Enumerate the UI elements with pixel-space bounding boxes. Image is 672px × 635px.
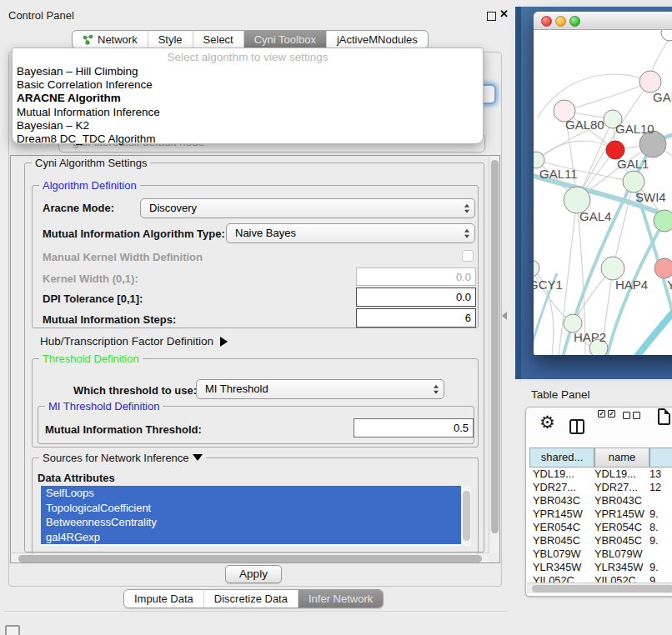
table-row[interactable]: YPR145WYPR145W9. xyxy=(526,508,672,521)
table-rows: YDL19...YDL19...13 YDR27...YDR27...12 YB… xyxy=(526,468,672,588)
network-window[interactable]: GAL GAL80 GAL10 GAL1 GAL11 SWI4 GAL4 GCY… xyxy=(534,12,672,355)
table-row[interactable]: YBR043CYBR043C xyxy=(526,494,672,508)
tab-infer-network[interactable]: Infer Network xyxy=(298,590,383,608)
column-layout-icon[interactable] xyxy=(569,419,584,434)
hub-definition-toggle[interactable]: Hub/Transcription Factor Definition xyxy=(40,335,228,348)
attribute-item-gal4rgexp[interactable]: gal4RGexp xyxy=(41,530,461,545)
column-header-shared-name[interactable]: shared... xyxy=(529,448,594,468)
cell-value: 13 xyxy=(649,468,661,481)
control-panel-title: Control Panel xyxy=(8,9,74,22)
manual-kernel-checkbox[interactable] xyxy=(462,250,474,262)
sources-group: Sources for Network Inference Data Attri… xyxy=(32,458,479,554)
attribute-item-topologicalcoefficient[interactable]: TopologicalCoefficient xyxy=(41,501,461,516)
tab-select[interactable]: Select xyxy=(193,31,243,48)
deselect-all-columns-icon[interactable] xyxy=(623,412,640,419)
hub-definition-label: Hub/Transcription Factor Definition xyxy=(40,335,213,348)
node-green-right[interactable] xyxy=(654,210,672,232)
column-header-name[interactable]: name xyxy=(594,448,649,468)
tab-cyni-toolbox-label: Cyni Toolbox xyxy=(254,31,316,48)
checked-box-icon: ✓ xyxy=(598,410,605,418)
float-panel-icon[interactable] xyxy=(487,12,496,21)
table-horizontal-scrollbar[interactable] xyxy=(527,582,672,593)
aracne-mode-combobox[interactable]: Discovery xyxy=(140,198,475,218)
table-row[interactable]: YLR345WYLR345W9. xyxy=(526,561,672,574)
cell-name: YLR345W xyxy=(594,561,643,574)
stepper-arrows-icon xyxy=(464,204,469,213)
tab-discretize-data-label: Discretize Data xyxy=(214,590,288,608)
mi-steps-input[interactable]: 6 xyxy=(356,308,476,328)
tab-style[interactable]: Style xyxy=(148,31,193,48)
table-settings-gear-icon[interactable]: ⚙ xyxy=(539,412,555,432)
mi-threshold-input[interactable]: 0.5 xyxy=(354,418,474,438)
threshold-definition-group: Threshold Definition Which threshold to … xyxy=(32,358,479,448)
tab-jactivemnodules[interactable]: jActiveMNodules xyxy=(326,31,428,48)
node-salmon[interactable] xyxy=(654,258,672,278)
tab-discretize-data[interactable]: Discretize Data xyxy=(203,590,298,608)
minimize-window-icon[interactable] xyxy=(555,16,566,27)
table-row[interactable]: YDR27...YDR27...12 xyxy=(526,481,672,494)
dropdown-item-mutual-information[interactable]: Mutual Information Inference xyxy=(13,106,483,119)
table-row[interactable]: YER054CYER054C8. xyxy=(526,521,672,534)
column-header-extra[interactable] xyxy=(649,448,672,468)
apply-button[interactable]: Apply xyxy=(225,565,282,583)
label-gcy1: GCY1 xyxy=(534,278,563,292)
table-row[interactable]: YDL19...YDL19...13 xyxy=(526,468,672,481)
label-gal1: GAL1 xyxy=(617,157,649,171)
data-attributes-list[interactable]: SelfLoops TopologicalCoefficient Between… xyxy=(41,486,471,546)
mi-threshold-label: Mutual Information Threshold: xyxy=(45,423,202,436)
tab-cyni-toolbox[interactable]: Cyni Toolbox xyxy=(243,31,326,48)
manual-kernel-label: Manual Kernel Width Definition xyxy=(43,251,203,263)
sources-title[interactable]: Sources for Network Inference xyxy=(39,452,206,464)
table-row[interactable]: YBL079WYBL079W xyxy=(526,548,672,561)
app-root: { "control_panel": { "title": "Control P… xyxy=(0,0,672,635)
label-gal4: GAL4 xyxy=(579,209,611,223)
select-all-columns-icon[interactable]: ✓ ✓ xyxy=(598,410,615,418)
mi-type-combobox[interactable]: Naive Bayes xyxy=(226,223,475,243)
close-panel-icon[interactable]: ✕ xyxy=(499,8,509,20)
which-threshold-combobox[interactable]: MI Threshold xyxy=(196,379,444,399)
panel-collapse-arrow-icon[interactable] xyxy=(502,312,507,320)
network-canvas[interactable]: GAL GAL80 GAL10 GAL1 GAL11 SWI4 GAL4 GCY… xyxy=(534,30,672,355)
cell-name: YDL19... xyxy=(594,468,636,481)
dpi-tolerance-input[interactable]: 0.0 xyxy=(356,288,476,307)
label-hap4: HAP4 xyxy=(615,278,648,292)
node-hap4[interactable] xyxy=(601,257,624,280)
checked-box-icon: ✓ xyxy=(608,410,615,418)
cyni-settings-title: Cyni Algorithm Settings xyxy=(32,157,150,169)
dropdown-item-dream8[interactable]: Dream8 DC_TDC Algorithm xyxy=(13,132,483,146)
cell-value: 9. xyxy=(649,534,659,548)
unchecked-box-icon xyxy=(623,412,630,419)
node-unnamed-top[interactable] xyxy=(661,30,672,41)
algorithm-definition-title: Algorithm Definition xyxy=(39,179,140,192)
which-threshold-value: MI Threshold xyxy=(205,382,268,395)
minimized-window-icon[interactable] xyxy=(5,625,20,635)
label-gal80: GAL80 xyxy=(565,118,604,132)
dropdown-item-bayesian-hill-climbing[interactable]: Bayesian – Hill Climbing xyxy=(13,65,483,78)
attributes-scrollbar[interactable] xyxy=(461,486,471,546)
cell-name: YBR043C xyxy=(594,494,642,508)
cell-shared: YDL19... xyxy=(533,468,574,481)
attribute-item-betweennesscentrality[interactable]: BetweennessCentrality xyxy=(41,515,461,530)
algorithm-definition-group: Algorithm Definition Aracne Mode: Discov… xyxy=(32,185,479,328)
network-window-titlebar[interactable] xyxy=(534,12,672,30)
tab-network[interactable]: Network xyxy=(73,31,148,48)
settings-vertical-scrollbar[interactable] xyxy=(489,157,499,553)
dropdown-item-bayesian-k2[interactable]: Bayesian – K2 xyxy=(13,119,483,132)
close-window-icon[interactable] xyxy=(541,16,552,27)
kernel-width-label: Kernel Width (0,1): xyxy=(43,272,138,285)
zoom-window-icon[interactable] xyxy=(569,16,580,27)
sources-title-label: Sources for Network Inference xyxy=(43,452,189,464)
tab-impute-data[interactable]: Impute Data xyxy=(124,590,203,608)
attribute-item-selfloops[interactable]: SelfLoops xyxy=(41,486,461,501)
dropdown-item-basic-correlation[interactable]: Basic Correlation Inference xyxy=(13,78,483,92)
node-gcy1[interactable] xyxy=(534,260,539,277)
network-icon xyxy=(83,34,93,45)
dropdown-item-aracne[interactable]: ARACNE Algorithm xyxy=(13,92,483,105)
mi-type-value: Naive Bayes xyxy=(235,227,296,239)
table-row[interactable]: YBR045CYBR045C9. xyxy=(526,534,672,548)
kernel-width-input[interactable]: 0.0 xyxy=(356,268,476,286)
network-node-labels: GAL GAL80 GAL10 GAL1 GAL11 SWI4 GAL4 GCY… xyxy=(534,90,672,344)
settings-scrollpane: Cyni Algorithm Settings Algorithm Defini… xyxy=(10,155,500,563)
stepper-arrows-icon xyxy=(464,229,469,238)
export-table-icon[interactable] xyxy=(658,408,670,425)
